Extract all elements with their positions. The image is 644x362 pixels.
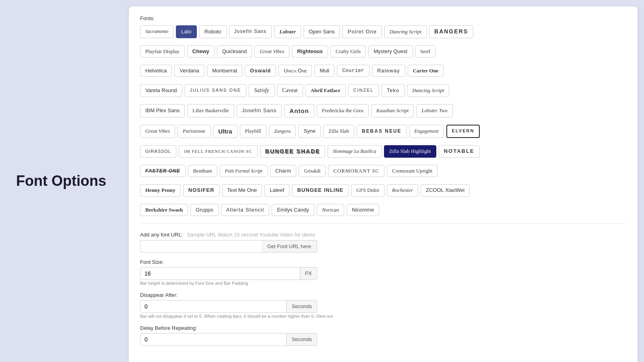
font-btn-zilla-slab-highlight[interactable]: Zilla Slab Highlight bbox=[384, 145, 436, 158]
font-grid-row-5: IBM Plex Sans Libre Baskerville Josefin … bbox=[140, 104, 626, 117]
font-btn-quicksand[interactable]: Quicksand bbox=[217, 45, 252, 58]
font-btn-ultra[interactable]: Ultra bbox=[213, 125, 237, 138]
delay-input[interactable] bbox=[140, 333, 286, 346]
font-btn-notable[interactable]: NOTABLE bbox=[439, 145, 480, 158]
font-btn-zilla-slab[interactable]: Zilla Slab bbox=[323, 125, 354, 138]
font-btn-dancing-script-1[interactable]: Dancing Script bbox=[384, 25, 427, 38]
font-btn-josefin-sans-1[interactable]: Josefin Sans bbox=[229, 25, 272, 38]
font-btn-bentham[interactable]: Bentham bbox=[188, 165, 217, 177]
font-btn-righteous[interactable]: Righteous bbox=[292, 45, 328, 58]
font-btn-playfair[interactable]: Playfair Display bbox=[140, 45, 185, 58]
font-btn-lateef[interactable]: Lateef bbox=[264, 184, 289, 196]
font-btn-allerta-stencil[interactable]: Allerta Stencil bbox=[221, 204, 269, 216]
form-section: Add any font URL: Sample URL Watch 15 se… bbox=[140, 232, 626, 346]
font-btn-helvetica[interactable]: Helvetica bbox=[140, 65, 172, 77]
font-btn-engagement[interactable]: Engagement bbox=[409, 125, 444, 138]
font-btn-verdana[interactable]: Verdana bbox=[174, 65, 204, 77]
font-btn-hommage[interactable]: Hommage La Basilica bbox=[328, 145, 381, 158]
font-btn-bungee-shade[interactable]: BUNGEE SHADE bbox=[260, 145, 326, 158]
font-btn-lato[interactable]: Lato bbox=[176, 25, 196, 38]
font-grid-row-1: Sacramento Lato Roboto Josefin Sans Lobs… bbox=[140, 25, 626, 38]
font-btn-cormorant-sc[interactable]: CORMORANT SC bbox=[328, 165, 384, 177]
font-btn-lobster[interactable]: Lobster bbox=[274, 25, 301, 38]
font-btn-charm[interactable]: Charm bbox=[270, 165, 296, 177]
font-grid-row-6: Great Vibes Parisienne Ultra Playbill Za… bbox=[140, 125, 626, 138]
font-btn-chewy[interactable]: Chewy bbox=[187, 45, 215, 58]
fonts-label: Fonts: bbox=[140, 15, 626, 21]
font-btn-cormorant-upright[interactable]: Cormorant Upright bbox=[387, 165, 438, 177]
font-btn-josefin-sans-2[interactable]: Josefin Sans bbox=[237, 104, 282, 117]
font-btn-bangers[interactable]: BANGERS bbox=[429, 25, 473, 38]
font-btn-mystery-quest[interactable]: Mystery Quest bbox=[368, 45, 413, 58]
delay-unit: Seconds bbox=[286, 333, 317, 346]
font-btn-playbill[interactable]: Playbill bbox=[240, 125, 266, 138]
font-btn-ibm-plex[interactable]: IBM Plex Sans bbox=[140, 104, 185, 117]
font-btn-rochester[interactable]: Rochester bbox=[387, 184, 418, 196]
font-btn-parisienne[interactable]: Parisienne bbox=[178, 125, 211, 138]
font-btn-fredericka[interactable]: Fredericka the Grea bbox=[317, 104, 369, 117]
font-btn-grisakdi[interactable]: Grisakdi bbox=[299, 165, 326, 177]
font-btn-carter-one[interactable]: Carter One bbox=[408, 65, 444, 77]
font-btn-bebas-neue[interactable]: BEBAS NEUE bbox=[357, 125, 407, 138]
font-btn-emilys-candy[interactable]: Emilys Candy bbox=[272, 204, 314, 216]
font-btn-poiret-one[interactable]: Poiret One bbox=[343, 25, 382, 38]
font-btn-crafty-girls[interactable]: Crafty Girls bbox=[330, 45, 366, 58]
font-btn-raleway[interactable]: Raleway bbox=[372, 65, 405, 77]
main-panel: Fonts: Sacramento Lato Roboto Josefin Sa… bbox=[129, 6, 638, 362]
section-divider-1 bbox=[140, 223, 626, 224]
font-btn-nosifer[interactable]: NOSIFER bbox=[183, 184, 220, 196]
font-btn-roboto[interactable]: Roboto bbox=[199, 25, 227, 38]
font-btn-dancing-script-2[interactable]: Dancing Script bbox=[407, 84, 449, 97]
font-btn-henny-penny[interactable]: Henny Penny bbox=[140, 184, 181, 196]
font-btn-libre-baskerville[interactable]: Libre Baskerville bbox=[187, 104, 234, 117]
font-btn-serif[interactable]: Serif bbox=[415, 45, 436, 58]
font-btn-bungee-inline[interactable]: BUNGEE INLINE bbox=[292, 184, 349, 196]
font-btn-satisfy[interactable]: Satisfy bbox=[249, 84, 274, 97]
font-grid-row-4: Varela Round JULIUS SANS ONE Satisfy Cav… bbox=[140, 84, 626, 97]
disappear-after-input[interactable] bbox=[140, 300, 286, 313]
font-btn-nicomme[interactable]: Nicomme bbox=[347, 204, 379, 216]
font-size-hint: Bar height is determined by Font Size an… bbox=[140, 281, 626, 286]
font-btn-gfs-didot[interactable]: GFS Didot bbox=[351, 184, 384, 196]
font-btn-text-me-one[interactable]: Text Me One bbox=[222, 184, 262, 196]
add-font-url-label: Add any font URL: bbox=[140, 232, 183, 238]
font-size-unit: PX bbox=[300, 267, 317, 280]
font-btn-im-fell[interactable]: IM FELL FRENCH CANON SC bbox=[179, 145, 257, 158]
font-size-input[interactable] bbox=[140, 267, 300, 280]
font-btn-syne[interactable]: Syne bbox=[298, 125, 321, 138]
font-btn-gruppo[interactable]: Gruppo bbox=[190, 204, 218, 216]
font-btn-anton[interactable]: Anton bbox=[284, 104, 314, 117]
font-btn-oswald[interactable]: Oswald bbox=[245, 65, 276, 77]
font-btn-zcool[interactable]: ZCOOL XiaoWei bbox=[421, 184, 470, 196]
font-btn-zangora[interactable]: Zangora bbox=[269, 125, 296, 138]
font-btn-berkshire[interactable]: Berkshire Swash bbox=[140, 204, 188, 216]
font-btn-montserrat[interactable]: Montserrat bbox=[207, 65, 242, 77]
disappear-after-label: Disappear After: bbox=[140, 292, 626, 298]
font-btn-elvern[interactable]: ELVERN bbox=[446, 125, 480, 138]
font-btn-unica-one[interactable]: Unica One bbox=[279, 65, 312, 77]
delay-before-repeating-row: Delay Before Repeating: Seconds bbox=[140, 325, 626, 346]
add-font-url-row: Add any font URL: Sample URL Watch 15 se… bbox=[140, 232, 626, 253]
font-btn-teko[interactable]: Teko bbox=[382, 84, 405, 97]
font-btn-open-sans[interactable]: Open Sans bbox=[303, 25, 340, 38]
get-font-url-button[interactable]: Get Font URL here bbox=[262, 240, 317, 253]
font-btn-girassol[interactable]: GIRASSOL bbox=[140, 145, 176, 158]
font-btn-kaushan[interactable]: Kaushan Script bbox=[371, 104, 414, 117]
font-url-input[interactable] bbox=[140, 240, 262, 253]
font-btn-abril-fatface[interactable]: Abril Fatface bbox=[305, 84, 346, 97]
add-font-url-hint: Sample URL Watch 15 second Youtube Video… bbox=[187, 232, 315, 238]
font-btn-great-vibes-2[interactable]: Great Vibes bbox=[140, 125, 175, 138]
font-btn-sacramento[interactable]: Sacramento bbox=[140, 25, 173, 38]
font-btn-lobster-two[interactable]: Lobster Two bbox=[416, 104, 452, 117]
font-btn-faster-one[interactable]: FASTER ONE bbox=[140, 165, 186, 177]
font-btn-varela-round[interactable]: Varela Round bbox=[140, 84, 182, 97]
font-btn-norican[interactable]: Norican bbox=[317, 204, 345, 216]
font-btn-great-vibes-1[interactable]: Great Vibes bbox=[254, 45, 289, 58]
font-btn-courier[interactable]: Courier bbox=[337, 65, 369, 77]
font-btn-muli[interactable]: Muli bbox=[314, 65, 334, 77]
font-btn-cinzel[interactable]: CINZEL bbox=[348, 84, 379, 97]
font-btn-julius-sans[interactable]: JULIUS SANS ONE bbox=[185, 84, 247, 97]
font-btn-petit-formal[interactable]: Petit Formal Script bbox=[220, 165, 268, 177]
font-grid-row-9: Henny Penny NOSIFER Text Me One Lateef B… bbox=[140, 184, 626, 196]
font-btn-caveat[interactable]: Caveat bbox=[277, 84, 303, 97]
